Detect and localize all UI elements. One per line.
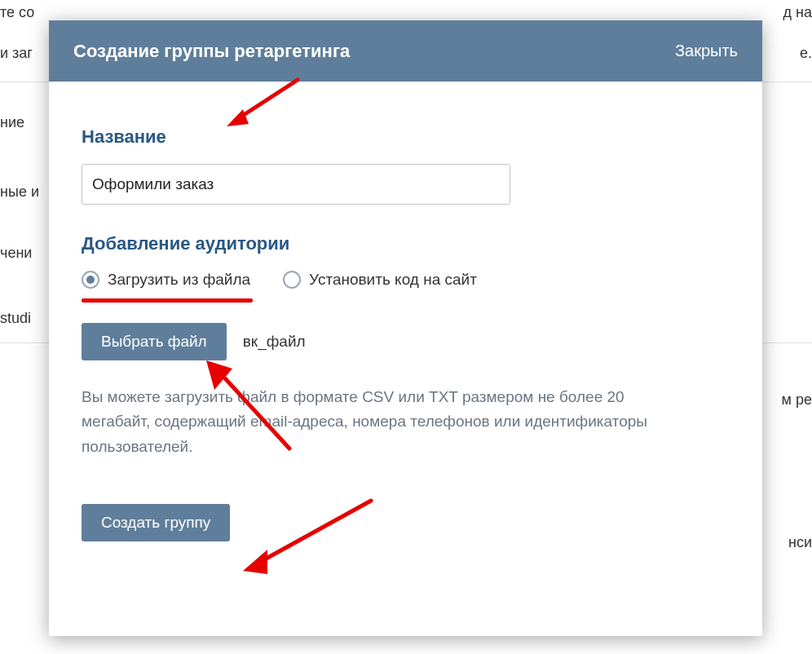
- modal-header: Создание группы ретаргетинга Закрыть: [49, 20, 762, 82]
- radio-icon: [283, 271, 301, 289]
- audience-label: Добавление аудитории: [82, 233, 730, 254]
- radio-upload-label: Загрузить из файла: [108, 271, 250, 289]
- radio-install-code[interactable]: Установить код на сайт: [283, 271, 477, 289]
- retargeting-group-modal: Создание группы ретаргетинга Закрыть Наз…: [49, 20, 762, 636]
- svg-marker-5: [243, 550, 267, 574]
- bg-text: те со: [0, 4, 34, 21]
- bg-text: и заг: [0, 45, 33, 62]
- radio-icon: [82, 271, 99, 289]
- bg-text: ние: [0, 114, 24, 131]
- upload-hint: Вы можете загрузить файл в формате CSV и…: [82, 385, 693, 459]
- annotation-underline: [82, 298, 253, 303]
- create-group-button[interactable]: Создать группу: [82, 504, 230, 541]
- bg-text: м ре: [782, 391, 812, 409]
- bg-text: е.: [800, 45, 812, 62]
- bg-text: д на: [783, 4, 812, 21]
- svg-line-4: [253, 501, 371, 566]
- bg-text: studi: [0, 310, 31, 327]
- choose-file-button[interactable]: Выбрать файл: [82, 323, 227, 360]
- arrow-icon: [236, 491, 383, 581]
- bg-text: ные и: [0, 183, 39, 201]
- svg-marker-1: [227, 109, 249, 126]
- radio-code-label: Установить код на сайт: [309, 271, 477, 289]
- svg-line-0: [235, 80, 298, 121]
- chosen-file-name: вк_файл: [243, 333, 306, 351]
- group-name-input[interactable]: [82, 164, 510, 205]
- modal-title: Создание группы ретаргетинга: [73, 41, 350, 62]
- bg-text: чени: [0, 245, 32, 262]
- bg-text: нси: [788, 534, 812, 551]
- radio-upload-file[interactable]: Загрузить из файла: [82, 271, 250, 289]
- name-label: Название: [82, 126, 730, 148]
- close-button[interactable]: Закрыть: [675, 42, 738, 60]
